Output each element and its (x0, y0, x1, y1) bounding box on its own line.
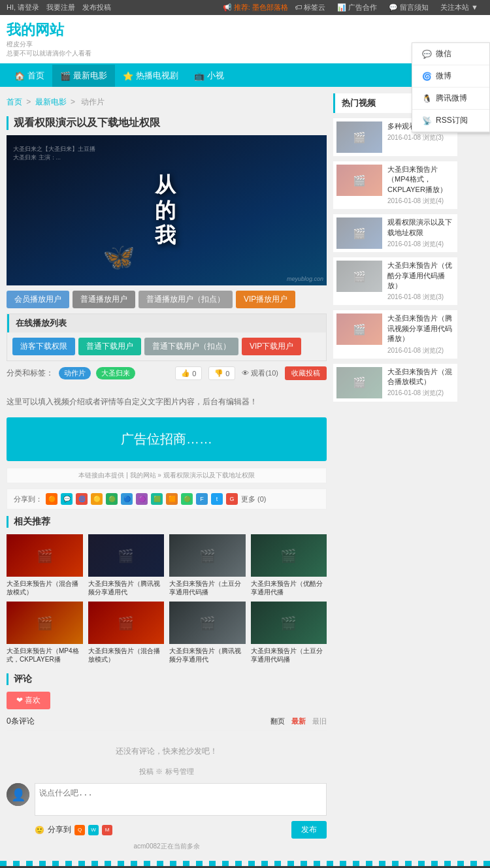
label-cloud-link[interactable]: 🏷 标签云 (295, 3, 325, 12)
sidebar-video-item[interactable]: 🎬 大圣归来预告片（MP4格式，CKPLAYER播放） 2016-01-08 浏… (333, 161, 457, 209)
share-icon-9[interactable]: 🟢 (181, 493, 193, 505)
plist-btn-4[interactable]: VIP下载用户 (242, 338, 301, 355)
sort-newest[interactable]: 最新 (291, 716, 306, 726)
emoji-icon[interactable]: 🙂 (35, 826, 44, 835)
nav-hot-tv[interactable]: ⭐ 热播电视剧 (115, 65, 186, 87)
submit-comment-button[interactable]: 发布 (291, 821, 327, 839)
dropdown-rss[interactable]: 📡 RSS订阅 (412, 110, 489, 132)
share-icon-10[interactable]: F (196, 493, 208, 505)
share-label: 分享到： (14, 494, 42, 504)
related-item[interactable]: 🎬 大圣归来预告片（混合播放模式） (88, 602, 165, 664)
play-btn-normal2[interactable]: 普通播放用户（扣点） (139, 291, 233, 308)
related-thumb: 🎬 (169, 602, 246, 644)
sidebar-thumb: 🎬 (336, 165, 382, 196)
comment-share-2[interactable]: W (88, 825, 99, 835)
play-btn-normal[interactable]: 普通播放用户 (73, 291, 135, 308)
related-item[interactable]: 🎬 大圣归来预告片（腾讯视频分享通用代 (88, 534, 165, 596)
dropdown-weibo[interactable]: 🌀 微博 (412, 65, 489, 88)
comment-notice-link[interactable]: 💬 留言须知 (389, 3, 429, 12)
dropdown-tencent[interactable]: 🐧 腾讯微博 (412, 88, 489, 110)
share-icon-twitter[interactable]: t (211, 493, 223, 505)
share-icon-3[interactable]: 🟡 (91, 493, 103, 505)
avatar-image: 👤 (7, 783, 29, 806)
sidebar-thumb: 🎬 (336, 261, 382, 292)
collect-button[interactable]: 收藏投稿 (285, 366, 327, 380)
sidebar-thumb: 🎬 (336, 367, 382, 398)
share-icon-5[interactable]: 🔵 (121, 493, 133, 505)
login-link[interactable]: HI, 请登录 (7, 3, 39, 11)
sidebar-item-title: 大圣归来预告片（优酷分享通用代码播放） (387, 261, 454, 291)
top-bar: HI, 请登录 我要注册 发布投稿 📢 推荐: 墨色部落格 🏷 标签云 📊 广告… (0, 0, 490, 15)
sidebar-video-item[interactable]: 🎬 大圣归来预告片（腾讯视频分享通用代码播放） 2016-01-08 浏览(2) (333, 310, 457, 358)
sidebar-video-item[interactable]: 🎬 大圣归来预告片（混合播放模式） 2016-01-08 浏览(2) (333, 364, 457, 402)
related-item[interactable]: 🎬 大圣归来预告片（MP4格式，CKPLAYER播 (7, 602, 83, 664)
related-item[interactable]: 🎬 大圣归来预告片（腾讯视频分享通用代 (169, 602, 246, 664)
ad-link[interactable]: 📊 广告合作 (337, 3, 377, 12)
tags-label: 分类和标签： (7, 368, 54, 379)
tag-action[interactable]: 动作片 (59, 367, 91, 379)
tag-icon: 🏷 (295, 3, 302, 11)
related-item[interactable]: 🎬 大圣归来预告片（土豆分享通用代码播 (251, 602, 327, 664)
sidebar-item-info: 大圣归来预告片（MP4格式，CKPLAYER播放） 2016-01-08 浏览(… (387, 165, 454, 206)
share-more[interactable]: 更多 (0) (241, 494, 267, 504)
comment-share-1[interactable]: Q (74, 825, 85, 835)
share-icon-wechat[interactable]: 💬 (61, 493, 73, 505)
breadcrumb-home[interactable]: 首页 (7, 97, 22, 106)
nav-home[interactable]: 🏠 首页 (7, 65, 52, 87)
dislike-button[interactable]: 👎 0 (208, 366, 235, 380)
dropdown-wechat[interactable]: 💬 微信 (412, 43, 489, 65)
play-btn-vip2[interactable]: VIP播放用户 (236, 291, 295, 308)
sidebar-thumb-inner: 🎬 (336, 217, 382, 249)
share-icon-8[interactable]: 🟧 (166, 493, 178, 505)
share-icon-weibo[interactable]: 🌀 (76, 493, 88, 505)
heart-icon: ❤ (16, 696, 23, 705)
like-big-button[interactable]: ❤ 喜欢 (7, 692, 50, 709)
related-item[interactable]: 🎬 大圣归来预告片（优酷分享通用代播 (251, 534, 327, 596)
nav-new-movies[interactable]: 🎬 最新电影 (52, 65, 115, 87)
sort-oldest[interactable]: 最旧 (312, 716, 327, 726)
share-icon-7[interactable]: 🟩 (151, 493, 163, 505)
nav-short-video[interactable]: 📺 小视 (186, 65, 232, 87)
breadcrumb: 首页 > 最新电影 > 动作片 (7, 93, 327, 111)
share-icon-11[interactable]: G (226, 493, 238, 505)
plist-btn-1[interactable]: 游客下载权限 (12, 338, 75, 355)
like-button[interactable]: 👍 0 (175, 366, 202, 380)
share-icon-6[interactable]: 🟣 (136, 493, 148, 505)
comment-share-icons: 🙂 分享到 Q W M (35, 824, 112, 835)
related-thumb: 🎬 (251, 602, 327, 644)
sort-label: 翻页 (270, 716, 285, 726)
breadcrumb-movies[interactable]: 最新电影 (35, 97, 67, 106)
post-link[interactable]: 发布投稿 (82, 3, 111, 11)
share-icon-1[interactable]: 🟠 (46, 493, 57, 505)
follow-link[interactable]: 关注本站 ▼ (440, 3, 478, 12)
silhouette-decoration: 🦋 (103, 242, 135, 272)
comment-share-3[interactable]: M (102, 825, 112, 835)
video-icon: 📺 (194, 71, 204, 81)
sidebar-item-meta: 2016-01-08 浏览(2) (387, 389, 454, 398)
sidebar-video-item[interactable]: 🎬 大圣归来预告片（优酷分享通用代码播放） 2016-01-08 浏览(3) (333, 257, 457, 305)
comment-share-label: 分享到 (48, 824, 71, 835)
ad-banner[interactable]: 广告位招商…… (7, 417, 327, 461)
plist-btn-3[interactable]: 普通下载用户（扣点） (144, 338, 238, 355)
register-link[interactable]: 我要注册 (46, 3, 75, 11)
home-icon: 🏠 (14, 71, 25, 81)
site-name: 我的网站 (7, 20, 91, 40)
plist-btn-2[interactable]: 普通下载用户 (78, 338, 141, 355)
recommend-icon: 📢 (223, 3, 232, 11)
thumb-decoration: 🎬 (169, 534, 246, 577)
share-icon-4[interactable]: 🟢 (106, 493, 118, 505)
related-item[interactable]: 🎬 大圣归来预告片（土豆分享通用代码播 (169, 534, 246, 596)
related-thumb: 🎬 (88, 602, 165, 644)
sidebar: 热门视频 🎬 多种观看权限演示 2016-01-08 浏览(3) 🎬 大圣归来预… (333, 87, 464, 861)
dropdown-menu: 💬 微信 🌀 微博 🐧 腾讯微博 📡 RSS订阅 (412, 42, 490, 133)
video-player[interactable]: 从的我 🦋 大圣归来之【大圣归来】土豆播 大圣归来 主演：... meyublo… (7, 135, 327, 285)
sidebar-thumb: 🎬 (336, 217, 382, 249)
tag-movie[interactable]: 大圣归来 (96, 367, 135, 379)
sidebar-video-item[interactable]: 🎬 观看权限演示以及下载地址权限 2016-01-08 浏览(4) (333, 214, 457, 252)
comment-input[interactable] (35, 783, 327, 816)
related-item[interactable]: 🎬 大圣归来预告片（混合播放模式） (7, 534, 83, 596)
play-btn-vip[interactable]: 会员播放用户 (7, 291, 69, 308)
sidebar-item-info: 大圣归来预告片（腾讯视频分享通用代码播放） 2016-01-08 浏览(2) (387, 313, 454, 355)
main-container: 首页 > 最新电影 > 动作片 观看权限演示以及下载地址权限 从的我 🦋 大圣归… (0, 87, 490, 861)
related-item-title: 大圣归来预告片（混合播放模式） (88, 647, 165, 664)
